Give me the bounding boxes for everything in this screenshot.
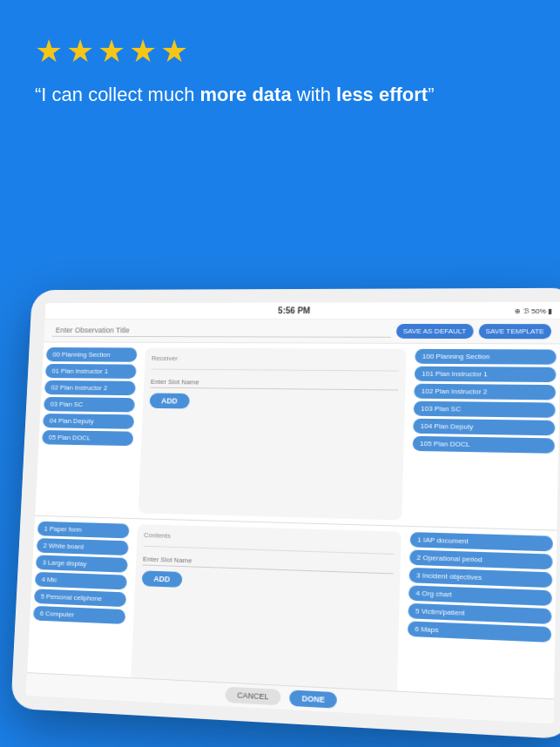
quote-bold1: more data (200, 84, 292, 105)
list-item[interactable]: 04 Plan Deputy (43, 414, 134, 429)
save-default-button[interactable]: SAVE AS DEFAULT (396, 324, 474, 339)
status-bar: 5:56 PM ⊕ ℬ 50% ▮ (45, 302, 560, 320)
done-button[interactable]: DONE (289, 690, 337, 708)
quote-prefix: “I can collect much (35, 84, 200, 105)
list-item[interactable]: 6 Computer (33, 605, 125, 623)
left-sidebar-bottom: 1 Paper form 2 White board 3 Large displ… (26, 515, 133, 697)
list-item[interactable]: 05 Plan DOCL (42, 430, 133, 446)
bluetooth-icon: ℬ (523, 306, 529, 314)
list-item[interactable]: 00 Planning Section (46, 347, 138, 362)
left-sidebar-top: 00 Planning Section 01 Plan Instructor 1… (35, 342, 140, 517)
list-item[interactable]: 1 IAP document (410, 532, 553, 551)
receiver-label: Receiver (152, 354, 400, 363)
list-item[interactable]: 104 Plan Deputy (413, 419, 555, 436)
star-rating: ★★★★★ (35, 33, 525, 70)
receiver-form: Receiver ADD (138, 348, 407, 521)
quote-bold2: less effort (336, 84, 428, 105)
cancel-button[interactable]: CANCEL (225, 687, 281, 706)
list-item[interactable]: 2 White board (37, 538, 129, 555)
divider (144, 545, 394, 554)
slot-name-input-bottom[interactable] (143, 553, 394, 574)
list-item[interactable]: 2 Operational period (409, 549, 553, 569)
list-item[interactable]: 03 Plan SC (44, 397, 135, 413)
list-item[interactable]: 102 Plan Instructor 2 (414, 384, 556, 400)
list-item[interactable]: 3 Large display (36, 555, 128, 572)
list-item[interactable]: 4 Mic (35, 571, 127, 589)
add-button-bottom[interactable]: ADD (142, 570, 182, 587)
list-item[interactable]: 02 Plan Instructor 2 (44, 380, 136, 395)
right-tags-top: 100 Planning Section 101 Plan Instructor… (410, 349, 556, 524)
list-item[interactable]: 3 Incident objectives (409, 567, 553, 587)
slot-name-input-top[interactable] (151, 376, 399, 390)
list-item[interactable]: 4 Org chart (408, 585, 552, 606)
main-area: 00 Planning Section 01 Plan Instructor 1… (26, 342, 560, 720)
list-item[interactable]: 105 Plan DOCL (413, 436, 556, 454)
list-item[interactable]: 101 Plan Instructor 1 (415, 367, 557, 382)
right-panel-top: 100 Planning Section 101 Plan Instructor… (407, 344, 560, 529)
list-item[interactable]: 6 Maps (408, 621, 551, 643)
list-item[interactable]: 01 Plan Instructor 1 (45, 364, 137, 379)
status-time: 5:56 PM (278, 306, 310, 315)
right-tags-bottom: 1 IAP document 2 Operational period 3 In… (406, 532, 553, 715)
top-section: ★★★★★ “I can collect much more data with… (0, 0, 560, 126)
list-item[interactable]: 1 Paper form (37, 521, 130, 538)
contents-label: Contents (144, 531, 394, 547)
list-item[interactable]: 100 Planning Section (415, 349, 557, 365)
top-half: 00 Planning Section 01 Plan Instructor 1… (35, 342, 560, 530)
testimonial-quote: “I can collect much more data with less … (35, 82, 525, 109)
list-item[interactable]: 103 Plan SC (414, 401, 556, 418)
divider (151, 369, 398, 372)
ipad-wrapper: 5:56 PM ⊕ ℬ 50% ▮ SAVE AS DEFAULT SAVE T… (0, 286, 560, 747)
right-panel-bottom: 1 IAP document 2 Operational period 3 In… (401, 526, 557, 720)
add-button-top[interactable]: ADD (150, 393, 190, 408)
ipad-screen: 5:56 PM ⊕ ℬ 50% ▮ SAVE AS DEFAULT SAVE T… (26, 302, 560, 723)
list-item[interactable]: 5 Personal cellphone (34, 589, 126, 607)
top-toolbar: SAVE AS DEFAULT SAVE TEMPLATE (44, 320, 560, 344)
status-icons: ⊕ ℬ 50% ▮ (514, 306, 551, 314)
battery-icon: 50% ▮ (531, 306, 551, 314)
observation-title-input[interactable] (52, 325, 391, 338)
ipad-device: 5:56 PM ⊕ ℬ 50% ▮ SAVE AS DEFAULT SAVE T… (10, 288, 560, 739)
save-template-button[interactable]: SAVE TEMPLATE (478, 324, 551, 339)
center-panel-top: Receiver ADD (133, 343, 412, 526)
quote-suffix: ” (428, 84, 434, 105)
wifi-icon: ⊕ (514, 306, 520, 314)
list-item[interactable]: 5 Victim/patient (408, 602, 551, 623)
quote-middle: with (292, 84, 336, 105)
